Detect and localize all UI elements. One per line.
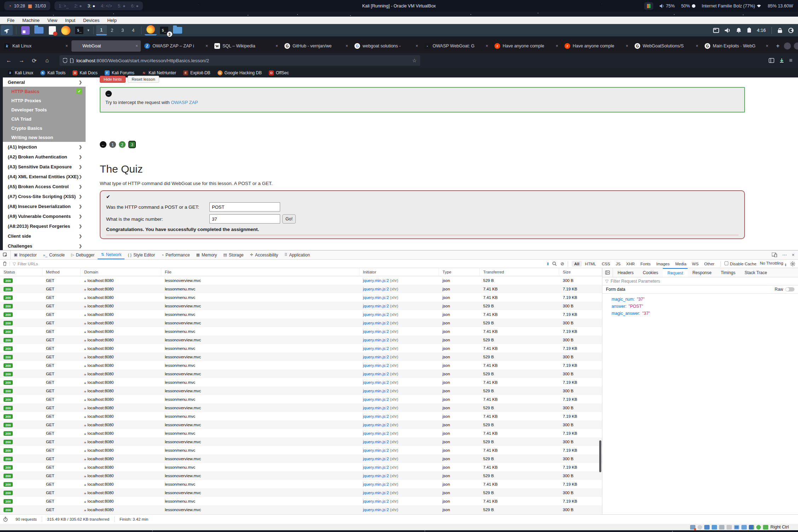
initiator-link[interactable]: jquery.min.js:2: [363, 482, 389, 486]
tab-close-icon[interactable]: ×: [206, 44, 208, 48]
initiator-link[interactable]: jquery.min.js:2: [363, 406, 389, 410]
type-filter-pill[interactable]: All: [572, 261, 582, 267]
url-bar[interactable]: localhost:8080/WebGoat/start.mvc#lesson/…: [59, 55, 420, 66]
devtools-tab[interactable]: ⠿ Application: [281, 250, 313, 259]
node-picker-icon[interactable]: [0, 250, 11, 259]
type-filter-pill[interactable]: Media: [673, 261, 689, 267]
network-request-row[interactable]: 200 GET 🔒︎localhost:8080 lessonoverview.…: [0, 302, 602, 310]
tab-close-icon[interactable]: ×: [626, 44, 628, 48]
initiator-link[interactable]: jquery.min.js:2: [363, 312, 389, 317]
column-header[interactable]: File: [161, 268, 359, 276]
clear-requests-icon[interactable]: [0, 261, 10, 266]
finish-time[interactable]: Finish: 3.42 min: [115, 516, 153, 522]
column-header[interactable]: Domain: [81, 268, 161, 276]
initiator-link[interactable]: jquery.min.js:2: [363, 397, 389, 401]
browser-tab[interactable]: Kali Linux ×: [1, 40, 71, 52]
network-request-row[interactable]: 200 GET 🔒︎localhost:8080 lessonoverview.…: [0, 505, 602, 514]
lock-icon[interactable]: [777, 28, 782, 33]
initiator-link[interactable]: jquery.min.js:2: [363, 457, 389, 461]
initiator-link[interactable]: jquery.min.js:2: [363, 423, 389, 427]
network-request-row[interactable]: 200 GET 🔒︎localhost:8080 lessonoverview.…: [0, 370, 602, 378]
vbox-download-icon[interactable]: [763, 525, 768, 530]
throttling-select[interactable]: No Throttling▲▼: [760, 261, 787, 267]
sidebar-item-general[interactable]: General ❯: [3, 77, 86, 87]
search-icon[interactable]: [552, 261, 557, 266]
browser-tab[interactable]: Main Exploits · WebG ×: [702, 40, 771, 52]
pause-icon[interactable]: ‖: [547, 262, 549, 266]
sidebar-lesson-item[interactable]: Crypto Basics: [3, 123, 86, 133]
vbox-audio-icon[interactable]: [704, 525, 710, 530]
bookmark-item[interactable]: OffSec: [266, 70, 291, 75]
network-request-row[interactable]: 200 GET 🔒︎localhost:8080 lessonmenu.mvc …: [0, 497, 602, 505]
tab-close-icon[interactable]: ×: [65, 44, 68, 48]
logout-icon[interactable]: [788, 28, 794, 33]
type-filter-pill[interactable]: Images: [654, 261, 672, 267]
network-request-row[interactable]: 200 GET 🔒︎localhost:8080 lessonmenu.mvc …: [0, 429, 602, 438]
initiator-link[interactable]: jquery.min.js:2: [363, 414, 389, 418]
initiator-link[interactable]: jquery.min.js:2: [363, 304, 389, 308]
vbox-menu-item[interactable]: Machine: [19, 18, 43, 23]
network-request-row[interactable]: 200 GET 🔒︎localhost:8080 lessonoverview.…: [0, 472, 602, 480]
initiator-link[interactable]: jquery.min.js:2: [363, 380, 389, 384]
firefox-window-button[interactable]: [145, 25, 157, 35]
initiator-link[interactable]: jquery.min.js:2: [363, 499, 389, 503]
type-filter-pill[interactable]: XHR: [624, 261, 637, 267]
sidebar-lesson-item[interactable]: Developer Tools: [3, 105, 86, 114]
raw-toggle[interactable]: [785, 287, 794, 291]
browser-tab[interactable]: webgoat solutions - ×: [352, 40, 421, 52]
sidebar-category-item[interactable]: (A1) Injection ❯: [3, 142, 86, 152]
type-filter-pill[interactable]: WS: [689, 261, 701, 267]
previous-page-button[interactable]: ←: [100, 141, 106, 148]
devtools-tab[interactable]: ◔ Performance: [158, 250, 193, 259]
sidebar-lesson-item[interactable]: HTTP Proxies: [3, 96, 86, 105]
browser-tab[interactable]: OWASP ZAP – ZAP i ×: [141, 40, 211, 52]
battery-icon[interactable]: [747, 28, 751, 33]
network-request-row[interactable]: 200 GET 🔒︎localhost:8080 lessonmenu.mvc …: [0, 480, 602, 488]
vbox-features-icon[interactable]: [756, 525, 761, 530]
sidebar-category-item[interactable]: (A8:2013) Request Forgeries ❯: [3, 221, 86, 231]
sidebar-lesson-item[interactable]: Writing new lesson: [3, 133, 86, 142]
vbox-toolbox-icon[interactable]: [749, 525, 754, 530]
detail-tab[interactable]: Cookies: [638, 268, 663, 277]
sidebar-category-item[interactable]: (A7) Cross-Site Scripting (XSS) ❯: [3, 191, 86, 201]
network-request-row[interactable]: 200 GET 🔒︎localhost:8080 lessonoverview.…: [0, 455, 602, 463]
network-request-row[interactable]: 200 GET 🔒︎localhost:8080 lessonmenu.mvc …: [0, 361, 602, 370]
vm-workspace[interactable]: 4: [128, 25, 139, 35]
initiator-link[interactable]: jquery.min.js:2: [363, 372, 389, 376]
network-request-row[interactable]: 200 GET 🔒︎localhost:8080 lessonoverview.…: [0, 353, 602, 361]
initiator-link[interactable]: jquery.min.js:2: [363, 287, 389, 291]
column-header[interactable]: Initiator: [359, 268, 439, 276]
vbox-display-icon[interactable]: [734, 525, 739, 530]
list-tabs-icon[interactable]: [784, 42, 791, 50]
network-settings-gear-icon[interactable]: [790, 261, 795, 266]
wifi-status[interactable]: Internet Familie Bolz (77%): [702, 4, 762, 8]
type-filter-pill[interactable]: CSS: [599, 261, 613, 267]
bookmark-item[interactable]: Kali Tools: [37, 70, 68, 75]
column-header[interactable]: Size: [559, 268, 602, 276]
initiator-link[interactable]: jquery.min.js:2: [363, 389, 389, 393]
network-request-row[interactable]: 200 GET 🔒︎localhost:8080 lessonmenu.mvc …: [0, 395, 602, 404]
volume-status[interactable]: 75%: [660, 4, 675, 8]
column-header[interactable]: Method: [42, 268, 81, 276]
network-request-row[interactable]: 200 GET 🔒︎localhost:8080 lessonmenu.mvc …: [0, 463, 602, 472]
tracking-shield-icon[interactable]: [63, 58, 67, 63]
split-panel-icon[interactable]: [602, 268, 613, 277]
downloads-icon[interactable]: [779, 58, 784, 63]
vbox-cd-icon[interactable]: [698, 525, 702, 530]
tab-close-icon[interactable]: ×: [346, 44, 348, 48]
http-command-input[interactable]: [209, 202, 280, 212]
home-button[interactable]: ⌂: [42, 56, 52, 65]
magic-number-input[interactable]: [209, 214, 280, 224]
column-header[interactable]: Status: [0, 268, 42, 276]
url-text[interactable]: localhost:8080/WebGoat/start.mvc#lesson/…: [76, 58, 209, 63]
initiator-link[interactable]: jquery.min.js:2: [363, 440, 389, 444]
devtools-tab[interactable]: ✛ Accessibility: [247, 250, 282, 259]
initiator-link[interactable]: jquery.min.js:2: [363, 491, 389, 495]
vm-workspace[interactable]: 1: [96, 25, 107, 35]
devtools-meatball-menu-icon[interactable]: ⋯: [782, 252, 787, 258]
sidebar-category-item[interactable]: (A5) Broken Access Control ❯: [3, 181, 86, 191]
type-filter-pill[interactable]: Other: [702, 261, 717, 267]
sidebar-category-item[interactable]: (A2) Broken Authentication ❯: [3, 152, 86, 162]
block-icon[interactable]: ⊘: [560, 261, 564, 266]
sidebar-category-item[interactable]: (A3) Sensitive Data Exposure ❯: [3, 162, 86, 172]
